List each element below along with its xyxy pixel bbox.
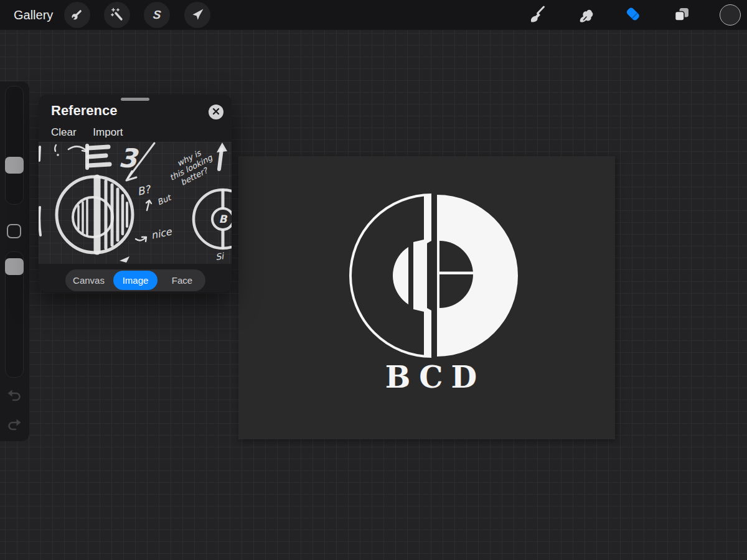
- tab-image[interactable]: Image: [113, 271, 157, 290]
- svg-text:B: B: [219, 213, 228, 225]
- top-toolbar: Gallery: [0, 0, 747, 30]
- logo-center-bar: [413, 194, 431, 357]
- sketch-note: why is this looking better?: [164, 144, 218, 190]
- svg-text:Si: Si: [215, 251, 225, 262]
- tab-canvas[interactable]: Canvas: [67, 271, 111, 290]
- svg-text:nice: nice: [150, 225, 174, 241]
- smudge-finger-icon: [576, 5, 594, 26]
- svg-text:But: But: [156, 192, 173, 207]
- redo-button[interactable]: [6, 416, 22, 432]
- sketch-b-question: B?: [136, 183, 153, 198]
- tab-face[interactable]: Face: [160, 271, 204, 290]
- panel-title: Reference: [51, 103, 117, 119]
- modify-button[interactable]: [7, 224, 21, 238]
- sketch-nice-note: nice: [136, 225, 173, 241]
- brush-tool-button[interactable]: [525, 4, 548, 26]
- layers-button[interactable]: [670, 4, 693, 26]
- sketch-up-arrow: [217, 142, 227, 169]
- artwork-canvas[interactable]: BCD: [238, 156, 615, 439]
- close-button[interactable]: [209, 105, 223, 119]
- paint-brush-icon: [527, 5, 546, 26]
- adjustments-button[interactable]: [104, 2, 130, 28]
- sketch-triangle-cursor: [120, 256, 129, 263]
- brush-size-handle[interactable]: [5, 157, 24, 174]
- import-button[interactable]: Import: [93, 126, 123, 138]
- magic-wand-icon: [110, 7, 125, 24]
- bcd-logo: BCD: [344, 187, 525, 393]
- sketch-b-circle: B Si: [194, 190, 232, 262]
- sketch-numeral: 3: [118, 142, 139, 174]
- reference-tab-bar: Canvas Image Face: [65, 269, 205, 291]
- sketch-tick: [55, 145, 56, 151]
- undo-icon: [6, 396, 22, 405]
- logo-wordmark: BCD: [385, 360, 485, 393]
- actions-button[interactable]: [64, 2, 90, 28]
- clear-button[interactable]: Clear: [51, 126, 77, 138]
- transform-arrow-icon: [190, 7, 205, 24]
- transform-button[interactable]: [184, 2, 210, 28]
- sketch-e-scribble: [87, 146, 110, 168]
- color-swatch[interactable]: [720, 4, 741, 26]
- selection-button[interactable]: S: [144, 2, 170, 28]
- sketch-main-circle: [57, 177, 133, 253]
- layers-icon: [672, 5, 691, 26]
- reference-sketch: 3 why is this looking better?: [39, 142, 232, 264]
- gallery-button[interactable]: Gallery: [14, 0, 53, 30]
- procreate-app: Gallery: [0, 0, 747, 560]
- redo-icon: [6, 425, 22, 434]
- undo-button[interactable]: [6, 387, 22, 403]
- panel-drag-handle[interactable]: [121, 98, 149, 101]
- brush-size-slider[interactable]: [5, 86, 24, 205]
- smudge-tool-button[interactable]: [574, 4, 596, 26]
- reference-panel: Reference Clear Import: [39, 95, 232, 292]
- close-icon: [212, 108, 220, 117]
- wrench-icon: [70, 7, 85, 24]
- logo-right-divider: [439, 272, 474, 275]
- eraser-tool-button[interactable]: [622, 4, 644, 26]
- logo-left-stripe: [408, 240, 413, 312]
- selection-s-icon: S: [153, 8, 162, 22]
- panel-actions: Clear Import: [51, 126, 123, 139]
- eraser-icon: [624, 5, 642, 26]
- reference-image[interactable]: 3 why is this looking better?: [39, 142, 232, 264]
- opacity-handle[interactable]: [5, 258, 24, 275]
- brush-sidebar: [0, 82, 29, 441]
